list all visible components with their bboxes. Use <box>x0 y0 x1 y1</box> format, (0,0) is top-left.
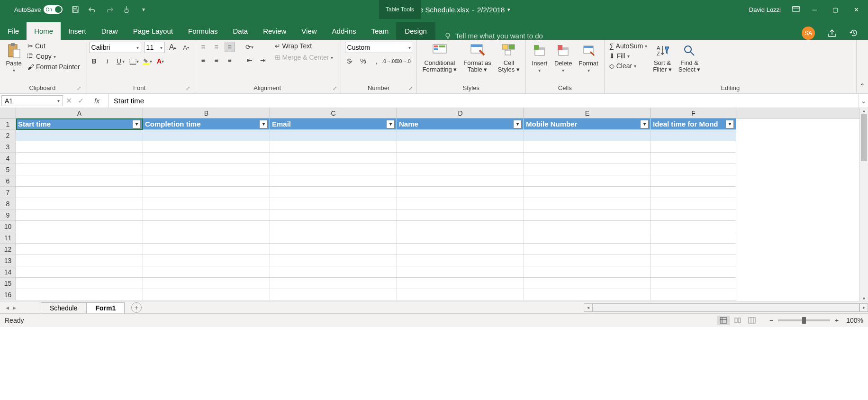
cancel-icon[interactable]: ✕ <box>66 96 72 105</box>
select-all-corner[interactable] <box>0 108 16 118</box>
underline-button[interactable]: U▾ <box>116 56 126 66</box>
paste-dropdown-icon[interactable]: ▾ <box>13 68 15 73</box>
tab-team[interactable]: Team <box>363 22 396 40</box>
cell-D10[interactable] <box>397 221 524 232</box>
cell-D11[interactable] <box>397 232 524 244</box>
column-header-C[interactable]: C <box>270 108 397 118</box>
cell-C14[interactable] <box>270 266 397 278</box>
fx-icon[interactable]: fx <box>85 94 109 108</box>
cell-E10[interactable] <box>524 221 651 232</box>
row-header-4[interactable]: 4 <box>0 153 16 164</box>
cells-area[interactable]: Start time▾Completion time▾Email▾Name▾Mo… <box>16 118 859 300</box>
cell-E11[interactable] <box>524 232 651 244</box>
tab-home[interactable]: Home <box>27 22 61 40</box>
user-avatar[interactable]: SA <box>802 27 815 40</box>
row-header-3[interactable]: 3 <box>0 141 16 153</box>
cell-D1[interactable]: Name▾ <box>397 118 524 130</box>
cell-A4[interactable] <box>16 153 143 164</box>
cell-F10[interactable] <box>651 221 736 232</box>
scroll-down-icon[interactable]: ▾ <box>860 296 868 301</box>
enter-icon[interactable]: ✓ <box>78 96 84 105</box>
hscroll-track[interactable] <box>592 303 859 312</box>
cell-D3[interactable] <box>397 141 524 153</box>
cell-A13[interactable] <box>16 255 143 266</box>
cell-F14[interactable] <box>651 266 736 278</box>
cell-F16[interactable] <box>651 289 736 300</box>
cell-F4[interactable] <box>651 153 736 164</box>
cell-E9[interactable] <box>524 209 651 221</box>
cell-F11[interactable] <box>651 232 736 244</box>
filter-dropdown-icon[interactable]: ▾ <box>640 120 649 128</box>
cell-F5[interactable] <box>651 164 736 175</box>
align-center-icon[interactable]: ≡ <box>211 55 222 65</box>
cell-D4[interactable] <box>397 153 524 164</box>
tab-file[interactable]: File <box>0 22 27 40</box>
cell-A1[interactable]: Start time▾ <box>16 118 143 130</box>
copy-button[interactable]: ⿻Copy ▾ <box>27 52 81 61</box>
column-header-B[interactable]: B <box>143 108 270 118</box>
touch-mode-icon[interactable] <box>122 5 131 14</box>
cell-C13[interactable] <box>270 255 397 266</box>
cell-E6[interactable] <box>524 175 651 187</box>
cell-E4[interactable] <box>524 153 651 164</box>
cell-A10[interactable] <box>16 221 143 232</box>
cell-A12[interactable] <box>16 244 143 255</box>
title-dropdown-icon[interactable]: ▾ <box>507 7 510 13</box>
tab-design[interactable]: Design <box>396 22 435 40</box>
cell-F13[interactable] <box>651 255 736 266</box>
cell-D12[interactable] <box>397 244 524 255</box>
undo-icon[interactable] <box>88 5 97 14</box>
cell-C12[interactable] <box>270 244 397 255</box>
bold-button[interactable]: B <box>89 56 99 66</box>
sheet-prev-icon[interactable]: ◂ <box>6 304 9 311</box>
clipboard-dialog-icon[interactable]: ⤢ <box>77 85 81 91</box>
find-select-button[interactable]: Find &Select ▾ <box>677 42 703 74</box>
cell-E12[interactable] <box>524 244 651 255</box>
hscroll-left-icon[interactable]: ◂ <box>584 303 592 312</box>
cell-B8[interactable] <box>143 198 270 209</box>
cell-C6[interactable] <box>270 175 397 187</box>
cell-E16[interactable] <box>524 289 651 300</box>
cell-A9[interactable] <box>16 209 143 221</box>
align-bottom-icon[interactable]: ≡ <box>225 42 235 52</box>
cell-E14[interactable] <box>524 266 651 278</box>
cell-B10[interactable] <box>143 221 270 232</box>
align-left-icon[interactable]: ≡ <box>198 55 208 65</box>
cell-D9[interactable] <box>397 209 524 221</box>
cell-C1[interactable]: Email▾ <box>270 118 397 130</box>
cell-B15[interactable] <box>143 278 270 289</box>
cell-C10[interactable] <box>270 221 397 232</box>
tab-addins[interactable]: Add-ins <box>325 22 364 40</box>
row-header-10[interactable]: 10 <box>0 221 16 232</box>
cell-F7[interactable] <box>651 187 736 198</box>
cell-B2[interactable] <box>143 130 270 141</box>
cell-D8[interactable] <box>397 198 524 209</box>
cell-D5[interactable] <box>397 164 524 175</box>
cell-F2[interactable] <box>651 130 736 141</box>
tab-draw[interactable]: Draw <box>94 22 126 40</box>
row-header-5[interactable]: 5 <box>0 164 16 175</box>
row-header-12[interactable]: 12 <box>0 244 16 255</box>
decrease-indent-icon[interactable]: ⇤ <box>244 55 255 65</box>
increase-indent-icon[interactable]: ⇥ <box>258 55 268 65</box>
cell-A5[interactable] <box>16 164 143 175</box>
cell-styles-button[interactable]: CellStyles ▾ <box>496 42 522 74</box>
cut-button[interactable]: ✂Cut <box>27 42 81 50</box>
font-color-button[interactable]: A▾ <box>155 56 166 66</box>
close-button[interactable]: ✕ <box>853 6 859 13</box>
page-layout-view-icon[interactable] <box>732 316 744 325</box>
cell-C15[interactable] <box>270 278 397 289</box>
align-top-icon[interactable]: ≡ <box>198 42 208 52</box>
cell-D6[interactable] <box>397 175 524 187</box>
cell-C8[interactable] <box>270 198 397 209</box>
cell-F6[interactable] <box>651 175 736 187</box>
zoom-level[interactable]: 100% <box>846 317 863 324</box>
format-painter-button[interactable]: 🖌Format Painter <box>27 63 81 71</box>
qat-more-icon[interactable]: ▾ <box>139 5 148 14</box>
alignment-dialog-icon[interactable]: ⤢ <box>333 85 337 91</box>
cell-E1[interactable]: Mobile Number▾ <box>524 118 651 130</box>
cell-E5[interactable] <box>524 164 651 175</box>
comma-icon[interactable]: , <box>371 56 382 66</box>
increase-decimal-icon[interactable]: .0→.00 <box>385 56 395 66</box>
align-middle-icon[interactable]: ≡ <box>211 42 222 52</box>
